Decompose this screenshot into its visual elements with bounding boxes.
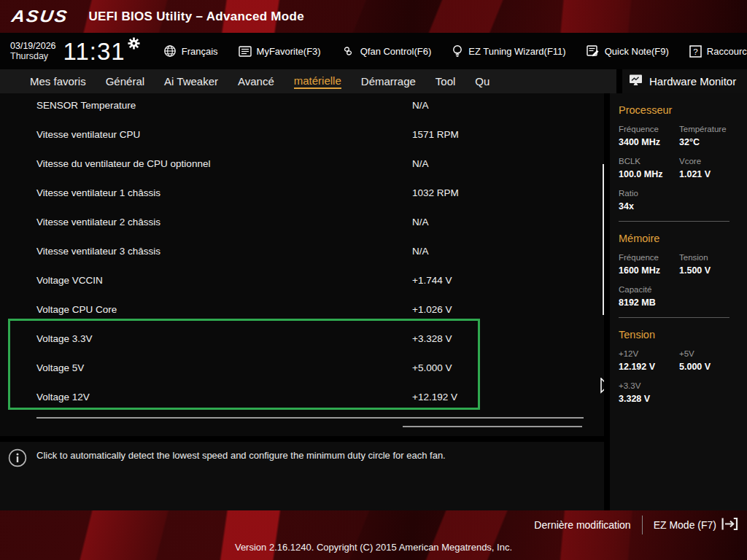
info-panel: Click to automatically detect the lowest… bbox=[0, 436, 604, 510]
field-label: Fréquence bbox=[619, 125, 676, 133]
sidebar-sections: ProcesseurFréquence3400 MHzTempérature32… bbox=[619, 104, 740, 404]
row-label: Vitesse ventilateur 3 châssis bbox=[36, 246, 412, 257]
field-label: +12V bbox=[619, 349, 676, 358]
monitor-rows: SENSOR TemperatureN/AVitesse ventilateur… bbox=[0, 93, 604, 411]
row-value: +3.328 V bbox=[412, 333, 452, 344]
row-label: Vitesse ventilateur 2 châssis bbox=[36, 217, 412, 228]
bios-screen: ASUS UEFI BIOS Utility – Advanced Mode 0… bbox=[0, 0, 747, 560]
section-title-m-moire: Mémoire bbox=[619, 233, 740, 244]
field: +3.3V3.328 V bbox=[619, 381, 679, 404]
row-label: Vitesse ventilateur 1 châssis bbox=[36, 187, 412, 198]
toolbar-item-raccourcis[interactable]: ?Raccourcis bbox=[689, 45, 747, 58]
field-row: +12V12.192 V+5V5.000 V bbox=[619, 349, 740, 372]
field-row: +3.3V3.328 V bbox=[619, 381, 740, 404]
row-value: +1.026 V bbox=[412, 304, 452, 315]
table-row[interactable]: Voltage 3.3V+3.328 V bbox=[0, 324, 604, 353]
tab-g-n-ral[interactable]: Général bbox=[106, 75, 144, 88]
table-row[interactable]: SENSOR TemperatureN/A bbox=[0, 93, 604, 120]
field-value: 34x bbox=[619, 201, 676, 211]
asus-logo: ASUS bbox=[10, 7, 69, 26]
toolbar-item-ez-tuning-wizard-f11-[interactable]: EZ Tuning Wizard(F11) bbox=[452, 44, 565, 58]
table-row[interactable]: Voltage 12V+12.192 V bbox=[0, 382, 604, 411]
section-title-processeur: Processeur bbox=[619, 104, 740, 116]
tab-d-marrage[interactable]: Démarrage bbox=[361, 75, 416, 88]
toolbar-item-label: Qfan Control(F6) bbox=[360, 46, 432, 57]
toolbar-item-qfan-control-f6-[interactable]: Qfan Control(F6) bbox=[341, 45, 432, 57]
tab-mat-rielle[interactable]: matérielle bbox=[294, 74, 341, 89]
field-value: 12.192 V bbox=[619, 362, 676, 372]
row-value: N/A bbox=[412, 100, 429, 111]
myfavorite-icon bbox=[239, 46, 252, 57]
table-row[interactable]: Voltage VCCIN+1.744 V bbox=[0, 265, 604, 295]
sidebar-divider bbox=[619, 317, 729, 318]
toolbar-item-fran-ais[interactable]: Français bbox=[163, 44, 218, 58]
clock[interactable]: 11:31 bbox=[63, 39, 140, 63]
section-title-tension: Tension bbox=[619, 329, 740, 341]
toolbar-item-label: EZ Tuning Wizard(F11) bbox=[468, 46, 565, 57]
table-row[interactable]: Vitesse ventilateur CPU1571 RPM bbox=[0, 120, 604, 149]
day-label: Thursday bbox=[10, 51, 56, 61]
sidebar-divider bbox=[619, 221, 729, 222]
gear-icon[interactable] bbox=[128, 37, 140, 52]
svg-text:?: ? bbox=[693, 47, 697, 55]
separator-line-short bbox=[403, 426, 582, 427]
field-label: Vcore bbox=[679, 157, 737, 166]
table-row[interactable]: Voltage CPU Core+1.026 V bbox=[0, 295, 604, 324]
monitor-icon bbox=[629, 74, 643, 89]
help-icon: ? bbox=[689, 45, 702, 58]
row-value: N/A bbox=[412, 217, 429, 228]
field: Température32°C bbox=[679, 125, 740, 147]
row-label: Voltage VCCIN bbox=[36, 275, 412, 286]
row-label: Vitesse ventilateur CPU bbox=[36, 129, 412, 140]
fan-icon bbox=[341, 45, 355, 57]
field-label: Ratio bbox=[619, 189, 676, 198]
field-row: Ratio34x bbox=[619, 189, 740, 211]
row-label: SENSOR Temperature bbox=[36, 100, 412, 111]
table-row[interactable]: Vitesse ventilateur 3 châssisN/A bbox=[0, 236, 604, 265]
tab-ai-tweaker[interactable]: Ai Tweaker bbox=[164, 75, 218, 88]
field-row: BCLK100.0 MHzVcore1.021 V bbox=[619, 157, 740, 179]
quicknote-icon bbox=[587, 45, 600, 57]
main-content: SENSOR TemperatureN/AVitesse ventilateur… bbox=[0, 93, 604, 510]
toolbar-item-label: Raccourcis bbox=[707, 46, 747, 57]
main-row: SENSOR TemperatureN/AVitesse ventilateur… bbox=[0, 93, 747, 510]
toolbar-item-label: Français bbox=[182, 46, 218, 57]
datetime[interactable]: 03/19/2026 Thursday bbox=[10, 41, 56, 62]
toolbar-item-quick-note-f9-[interactable]: Quick Note(F9) bbox=[587, 45, 669, 57]
field-label: Capacité bbox=[619, 285, 676, 294]
toolbar-item-myfavorite-f3-[interactable]: MyFavorite(F3) bbox=[239, 46, 321, 57]
table-row[interactable]: Vitesse ventilateur 2 châssisN/A bbox=[0, 207, 604, 236]
field-label: Fréquence bbox=[619, 253, 676, 262]
field-label: +3.3V bbox=[619, 381, 676, 390]
row-value: +5.000 V bbox=[412, 362, 452, 373]
field: +5V5.000 V bbox=[679, 349, 740, 372]
table-row[interactable]: Vitesse ventilateur 1 châssis1032 RPM bbox=[0, 178, 604, 207]
field-label: +5V bbox=[679, 349, 737, 358]
time-label: 11:31 bbox=[63, 39, 125, 63]
last-modified-button[interactable]: Dernière modification bbox=[534, 519, 630, 531]
row-label: Voltage 5V bbox=[36, 362, 412, 373]
field-value: 32°C bbox=[679, 137, 737, 147]
tab-qu[interactable]: Qu bbox=[475, 75, 489, 88]
exit-icon bbox=[721, 517, 738, 533]
table-row[interactable]: Voltage 5V+5.000 V bbox=[0, 353, 604, 382]
tab-mes-favoris[interactable]: Mes favoris bbox=[30, 75, 86, 88]
bottom-actions: Dernière modification EZ Mode (F7) bbox=[0, 510, 747, 540]
info-icon bbox=[8, 448, 27, 470]
header-row: Mes favorisGénéralAi TweakerAvancématéri… bbox=[0, 69, 747, 93]
date-label: 03/19/2026 bbox=[10, 41, 56, 51]
field: Capacité8192 MB bbox=[619, 285, 679, 308]
row-value: N/A bbox=[412, 158, 429, 169]
scrollbar[interactable] bbox=[603, 164, 604, 315]
separator-line-long bbox=[36, 417, 584, 419]
bottom-bar: Dernière modification EZ Mode (F7) Versi… bbox=[0, 510, 747, 560]
field-label: BCLK bbox=[619, 157, 676, 166]
info-text: Click to automatically detect the lowest… bbox=[36, 450, 591, 461]
ez-mode-button[interactable]: EZ Mode (F7) bbox=[654, 517, 738, 533]
tab-tool[interactable]: Tool bbox=[436, 75, 456, 88]
tab-avanc-[interactable]: Avancé bbox=[238, 75, 274, 88]
table-row[interactable]: Vitesse du ventilateur de CPU optionnelN… bbox=[0, 149, 604, 178]
version-text: Version 2.16.1240. Copyright (C) 2015 Am… bbox=[0, 542, 747, 553]
field-value: 5.000 V bbox=[679, 362, 737, 372]
hardware-monitor-panel: ProcesseurFréquence3400 MHzTempérature32… bbox=[604, 93, 747, 510]
